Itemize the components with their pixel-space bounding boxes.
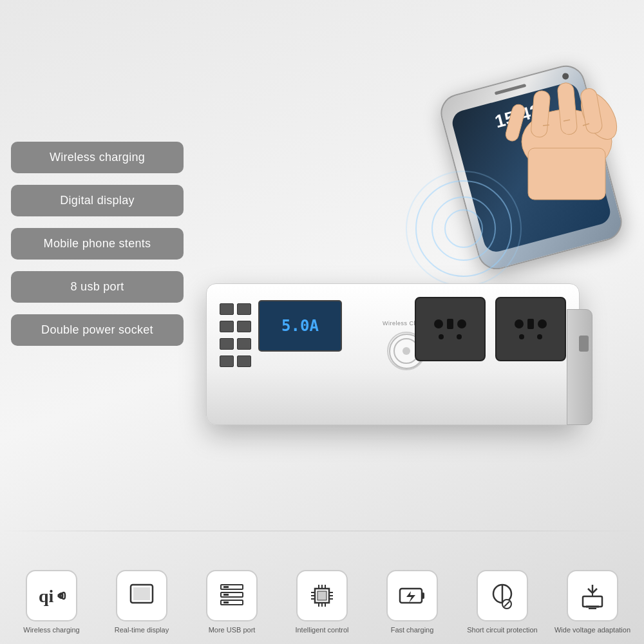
wide-voltage-box (567, 570, 618, 621)
usb-port-3 (220, 321, 234, 332)
more-usb-label: More USB port (209, 625, 256, 634)
socket-1 (415, 297, 486, 361)
svg-line-9 (543, 125, 549, 126)
socket-2-holes-bottom (519, 334, 542, 339)
usb-port-box (206, 570, 258, 621)
realtime-display-label: Real-time display (115, 625, 169, 634)
socket-1-hole-m (447, 319, 453, 329)
svg-marker-35 (406, 591, 415, 603)
badge-phone-stents: Mobile phone stents (11, 228, 184, 260)
bottom-features: qi Wireless charging Real-time display (0, 570, 644, 634)
usb-port-2 (237, 303, 251, 315)
socket-2-holes-top (515, 319, 547, 329)
feature-wireless-charging: qi Wireless charging (10, 570, 93, 634)
socket-1-hole-bl (439, 334, 444, 339)
svg-rect-20 (317, 591, 327, 600)
usb-port-4 (237, 321, 251, 332)
product-area: 15:42 (193, 52, 631, 464)
socket-2-hole-bl (519, 334, 524, 339)
svg-rect-17 (223, 594, 229, 596)
socket-1-hole-r (457, 319, 466, 328)
usb-port-7 (220, 355, 234, 367)
short-circuit-label: Short circuit protection (467, 625, 537, 634)
realtime-display-box (116, 570, 167, 621)
svg-rect-16 (223, 586, 229, 588)
hand-phone-area: 15:42 (386, 52, 631, 258)
power-sockets (415, 297, 566, 361)
usb-port-1 (220, 303, 234, 315)
qi-icon: qi (35, 580, 68, 612)
usb-port-8 (237, 355, 251, 367)
lcd-text: 5.0A (281, 317, 319, 335)
lcd-display: 5.0A (258, 300, 342, 352)
usb-port-6 (237, 338, 251, 350)
fast-charging-label: Fast charging (391, 625, 434, 634)
short-circuit-box (477, 570, 528, 621)
badge-usb-port: 8 usb port (11, 271, 184, 303)
device-main-body: 5.0A Wireless Charge (206, 283, 580, 425)
intelligent-control-box (296, 570, 348, 621)
badge-digital-display: Digital display (11, 185, 184, 216)
wide-voltage-label: Wide voltage adaptation (554, 625, 630, 634)
wireless-center-dot (402, 347, 410, 355)
svg-text:qi: qi (39, 586, 54, 606)
feature-intelligent-control: Intelligent control (280, 570, 364, 634)
svg-rect-18 (223, 601, 229, 603)
svg-rect-34 (422, 592, 424, 599)
feature-badges-list: Wireless charging Digital display Mobile… (11, 142, 184, 346)
socket-2-hole-l (515, 319, 524, 328)
socket-1-hole-l (434, 319, 443, 328)
protect-icon (486, 580, 518, 612)
usb-port-5 (220, 338, 234, 350)
socket-1-holes-bottom (439, 334, 462, 339)
side-port (579, 336, 589, 352)
socket-1-hole-br (457, 334, 462, 339)
device-body: 5.0A Wireless Charge (193, 258, 592, 425)
badge-double-socket: Double power socket (11, 314, 184, 346)
svg-rect-40 (583, 596, 602, 607)
display-icon (126, 580, 158, 612)
feature-fast-charging: Fast charging (370, 570, 454, 634)
socket-2 (495, 297, 566, 361)
socket-1-holes-top (434, 319, 466, 329)
wireless-charging-box: qi (26, 570, 77, 621)
badge-wireless-charging: Wireless charging (11, 142, 184, 173)
socket-2-hole-br (537, 334, 542, 339)
voltage-icon (576, 580, 609, 612)
wireless-charging-label: Wireless charging (23, 625, 79, 634)
divider-line (0, 531, 644, 531)
intelligent-control-label: Intelligent control (295, 625, 348, 634)
feature-short-circuit: Short circuit protection (460, 570, 544, 634)
hand-svg (438, 52, 631, 213)
feature-wide-voltage: Wide voltage adaptation (551, 570, 634, 634)
chip-icon (306, 580, 338, 612)
svg-rect-12 (133, 587, 150, 600)
battery-icon (396, 580, 428, 612)
socket-2-hole-r (538, 319, 547, 328)
usb-icon (216, 580, 248, 612)
feature-more-usb: More USB port (190, 570, 274, 634)
socket-2-hole-m (527, 319, 534, 329)
usb-ports-grid (220, 303, 251, 370)
feature-realtime-display: Real-time display (100, 570, 184, 634)
svg-rect-6 (528, 148, 605, 200)
fast-charging-box (386, 570, 438, 621)
device-side-panel (567, 309, 592, 425)
